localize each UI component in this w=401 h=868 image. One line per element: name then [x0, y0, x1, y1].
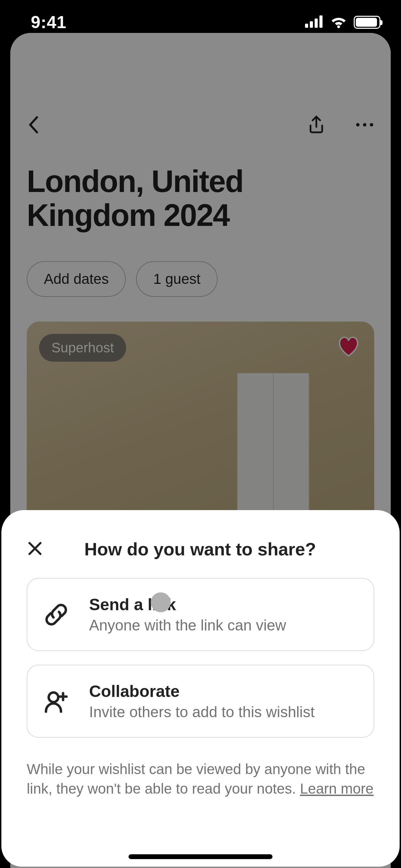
option-title: Send a link	[89, 595, 286, 614]
loading-dot	[151, 592, 171, 612]
status-icons	[305, 15, 380, 29]
share-disclaimer: While your wishlist can be viewed by any…	[27, 760, 374, 798]
svg-rect-1	[310, 21, 313, 28]
add-person-icon	[42, 687, 71, 716]
svg-rect-3	[319, 15, 323, 28]
svg-rect-0	[305, 24, 308, 28]
home-indicator[interactable]	[129, 854, 272, 859]
wifi-icon	[330, 15, 348, 29]
svg-point-8	[49, 692, 58, 702]
svg-point-4	[337, 25, 340, 28]
option-collaborate[interactable]: Collaborate Invite others to add to this…	[27, 665, 374, 738]
option-send-link[interactable]: Send a link Anyone with the link can vie…	[27, 578, 374, 651]
battery-icon	[354, 16, 380, 29]
link-icon	[42, 600, 71, 629]
learn-more-link[interactable]: Learn more	[300, 781, 374, 797]
option-subtitle: Invite others to add to this wishlist	[89, 703, 315, 721]
close-icon[interactable]	[27, 540, 43, 558]
option-subtitle: Anyone with the link can view	[89, 617, 286, 634]
svg-rect-2	[315, 19, 318, 28]
status-time: 9:41	[31, 12, 66, 32]
option-title: Collaborate	[89, 682, 315, 701]
sheet-header: How do you want to share?	[27, 510, 374, 559]
sheet-title: How do you want to share?	[84, 539, 316, 559]
share-sheet: How do you want to share? Send a link An…	[1, 510, 400, 867]
cellular-icon	[305, 15, 324, 29]
